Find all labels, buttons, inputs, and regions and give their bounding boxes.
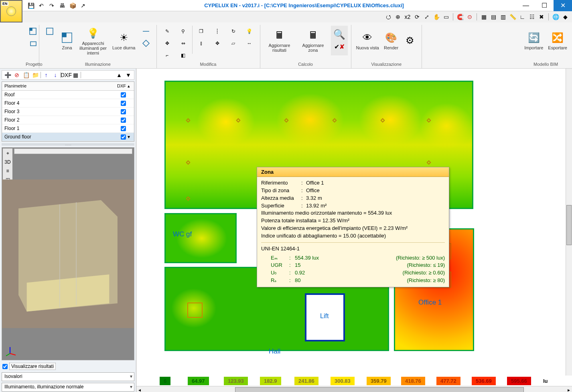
svg-marker-7	[143, 40, 149, 47]
undo-icon[interactable]: ↶	[37, 1, 46, 10]
preview-3d[interactable]: ⌖ 3D ≡ ◫	[2, 147, 134, 360]
redo-icon[interactable]: ↷	[47, 1, 56, 10]
splitter[interactable]: ⋯⋯	[2, 143, 134, 146]
magnet-icon[interactable]: 🧲	[456, 12, 464, 21]
collapse-up-icon[interactable]: ▲	[115, 71, 123, 79]
refresh-icon[interactable]: ⟳	[413, 12, 422, 21]
pencil-icon[interactable]: ✎	[160, 26, 174, 37]
save-icon[interactable]: 💾	[26, 1, 35, 10]
luce-diurna-button[interactable]: ☀ Luce diurna	[111, 26, 137, 55]
shear-icon[interactable]: ▱	[226, 38, 241, 49]
planimetrie-row[interactable]: Floor 4	[2, 99, 134, 108]
project-full-icon[interactable]	[26, 26, 40, 37]
scroll-up-icon[interactable]: ▴	[126, 83, 132, 89]
external-icon[interactable]: ↗	[79, 1, 87, 10]
zona-button[interactable]: Zona	[59, 26, 75, 55]
left-panel: ➕ ⊘ 📋 📁 ↑ ↓ DXF ▦ ▲ ▼ Planimetrie DXF ▴ …	[0, 69, 136, 392]
axis-value: 6	[160, 377, 170, 385]
maximize-button[interactable]: ☐	[535, 0, 554, 11]
move-down-icon[interactable]: ↓	[51, 71, 59, 79]
move-up-icon[interactable]: ↑	[42, 71, 50, 79]
axis-value: 595.66	[507, 377, 531, 385]
select-icon[interactable]: ▭	[442, 12, 450, 21]
dxf-checkbox[interactable]	[121, 101, 126, 106]
anchor-icon[interactable]: ⚲	[176, 26, 191, 37]
info-icon[interactable]: ◆	[561, 12, 570, 21]
print-icon[interactable]: 🖶	[58, 1, 67, 10]
copy-icon[interactable]: ❐	[194, 26, 209, 37]
planimetrie-row[interactable]: Floor 3	[2, 108, 134, 116]
export-icon[interactable]: 📦	[68, 1, 77, 10]
dxf-checkbox[interactable]	[121, 134, 126, 140]
copy-plan-icon[interactable]: 📋	[22, 71, 30, 79]
app-icon[interactable]	[0, 0, 22, 22]
combo-isovalori[interactable]: Isovalori	[2, 372, 134, 381]
grid-fine-icon[interactable]: ▤	[489, 12, 498, 21]
planimetrie-row[interactable]: Floor 1	[2, 124, 134, 133]
zone-hall: Hall	[269, 347, 280, 355]
apparecchi-button[interactable]: 💡 Apparecchi illuminanti per interni	[77, 26, 109, 56]
folder-icon[interactable]: 📁	[31, 71, 39, 79]
axis-value: 300.83	[331, 377, 355, 385]
layers-icon[interactable]: ▥	[499, 12, 507, 21]
dxf-checkbox[interactable]	[121, 126, 126, 131]
divide-icon[interactable]: ┆	[210, 26, 225, 37]
pan-icon[interactable]: ✋	[432, 12, 441, 21]
planimetrie-row[interactable]: Roof	[2, 91, 134, 99]
polygon-icon[interactable]	[139, 38, 153, 49]
planimetrie-row[interactable]: Floor 2	[2, 116, 134, 124]
svg-rect-2	[30, 42, 36, 46]
zoom-reset-icon[interactable]: x2	[403, 12, 412, 21]
help-icon[interactable]: 🌐	[551, 12, 560, 21]
visualizzare-risultati-checkbox[interactable]	[2, 364, 8, 369]
snap-point-icon[interactable]: ⊙	[465, 12, 474, 21]
mirror-v-icon[interactable]: ⫿	[194, 38, 209, 49]
window-title: CYPELUX EN - v2017.i - [C:\CYPE Ingenier…	[91, 2, 517, 8]
grid-plan-icon[interactable]: ▦	[71, 71, 79, 79]
nuova-vista-button[interactable]: 👁 Nuova vista	[355, 26, 381, 55]
orbit-icon[interactable]: ⭯	[384, 12, 393, 21]
importare-button[interactable]: 🔄 Importare	[523, 26, 545, 55]
move-icon[interactable]: ✥	[160, 38, 174, 49]
search-zone-button[interactable]: 🔍 ✔✘	[331, 26, 348, 55]
dxf-checkbox[interactable]	[121, 92, 126, 97]
canvas-hscroll[interactable]: ◂ ▸	[136, 386, 572, 392]
minimize-button[interactable]: —	[517, 0, 535, 11]
grid-icon[interactable]: ▦	[479, 12, 488, 21]
zoom-out-icon[interactable]: ⤢	[422, 12, 431, 21]
render-button[interactable]: 🎨 Render	[382, 26, 400, 55]
dxf-checkbox[interactable]	[121, 109, 126, 114]
planimetrie-row[interactable]: Ground floor▾	[2, 133, 134, 141]
pattern-icon[interactable]: ☷	[527, 12, 536, 21]
dxf-checkbox[interactable]	[121, 118, 126, 123]
combo-illuminamento[interactable]: Illuminamento, illuminazione normale	[2, 383, 134, 392]
stretch-icon[interactable]: ⇔	[176, 38, 191, 49]
eraser-icon[interactable]: ◧	[176, 50, 191, 61]
bulb-small-icon[interactable]: 💡	[242, 26, 257, 37]
line-icon[interactable]	[139, 26, 153, 37]
aggiornare-risultati-button[interactable]: 🖩 Aggiornare risultati	[264, 26, 296, 55]
target-icon[interactable]: ⊕	[394, 12, 402, 21]
move4-icon[interactable]: ✥	[210, 38, 225, 49]
measure-icon[interactable]: ↔	[242, 38, 257, 49]
tools-icon[interactable]: ✖	[537, 12, 546, 21]
project-empty-icon[interactable]	[43, 26, 57, 37]
aggiornare-zona-button[interactable]: 🖩 Aggiornare zona	[297, 26, 329, 55]
ruler-icon[interactable]: 📏	[508, 12, 517, 21]
project-view-icon[interactable]	[26, 38, 40, 49]
delete-icon[interactable]: ⊘	[13, 71, 21, 79]
collapse-down-icon[interactable]: ▼	[124, 71, 132, 79]
angle-icon[interactable]: ∟	[518, 12, 527, 21]
corner-icon[interactable]: ⌐	[160, 50, 174, 61]
zone-tooltip: Zona Riferimento:Office 1 Tipo di zona:O…	[257, 167, 449, 287]
rotate-icon[interactable]: ↻	[226, 26, 241, 37]
canvas-vscroll[interactable]	[566, 69, 572, 376]
plan-canvas[interactable]: Dining room WC gf	[136, 69, 572, 386]
dxf-icon[interactable]: DXF	[62, 71, 70, 79]
add-icon[interactable]: ➕	[4, 71, 12, 79]
scroll-down-icon[interactable]: ▾	[126, 134, 132, 140]
close-button[interactable]: ✕	[554, 0, 572, 11]
esportare-button[interactable]: 🔀 Esportare	[546, 26, 569, 55]
svg-line-14	[10, 353, 16, 355]
settings-button[interactable]: ⚙	[402, 26, 418, 55]
